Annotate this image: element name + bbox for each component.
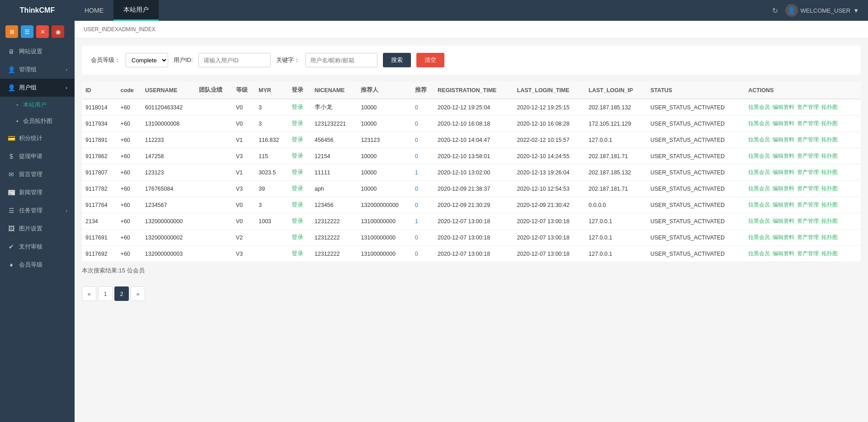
action-2[interactable]: 资产管理 [797,234,819,241]
action-0[interactable]: 拉黑会员 [748,185,770,192]
cell-id: 9117764 [82,197,117,213]
cell-login[interactable]: 登录 [288,148,311,164]
level-select[interactable]: Complete V0 V1 V2 V3 [126,53,168,67]
action-0[interactable]: 拉黑会员 [748,136,770,144]
refresh-icon[interactable]: ↻ [772,6,778,15]
sidebar-item-withdraw[interactable]: $ 提现申请 [0,147,75,165]
sidebar-item-payment-review[interactable]: ✔ 支付审核 [0,238,75,256]
sidebar-item-image-settings[interactable]: 🖼 图片设置 [0,220,75,238]
sidebar-item-member-level[interactable]: ♦ 会员等级 [0,256,75,274]
toolbar-btn-orange[interactable]: ⊞ [5,25,18,38]
cell-ref-count[interactable]: 0 [411,148,434,164]
action-1[interactable]: 编辑资料 [773,217,794,225]
cell-ref-count[interactable]: 0 [411,246,434,262]
cell-ref-count[interactable]: 0 [411,116,434,132]
cell-ref-count[interactable]: 1 [411,213,434,230]
page-btn-2[interactable]: 2 [114,286,129,301]
cell-login[interactable]: 登录 [288,246,311,262]
toolbar-btn-red2[interactable]: ◉ [52,25,64,38]
action-0[interactable]: 拉黑会员 [748,250,770,258]
action-2[interactable]: 资产管理 [797,185,819,192]
sidebar-subitem-local-users[interactable]: 本站用户 [0,97,75,113]
cell-login[interactable]: 登录 [288,132,311,148]
cell-ref-count[interactable]: 0 [411,197,434,213]
cell-status: USER_STATUS_ACTIVATED [647,116,745,132]
action-1[interactable]: 编辑资料 [773,169,794,176]
action-3[interactable]: 拓扑图 [821,250,838,258]
sidebar-item-admin-group[interactable]: 👤 管理组 › [0,61,75,79]
sidebar-item-site-settings[interactable]: 🖥 网站设置 [0,42,75,61]
action-3[interactable]: 拓扑图 [821,185,838,192]
sidebar-item-messages[interactable]: ✉ 留言管理 [0,165,75,183]
cell-last-ip: 127.0.0.1 [585,230,647,246]
sidebar-label-messages: 留言管理 [19,170,42,178]
cell-login[interactable]: 登录 [288,213,311,230]
action-2[interactable]: 资产管理 [797,103,819,111]
sidebar-item-news[interactable]: 📰 新闻管理 [0,183,75,202]
keyword-input[interactable] [305,53,377,67]
sidebar-item-user-group[interactable]: 👤 用户组 › [0,79,75,97]
action-2[interactable]: 资产管理 [797,169,819,176]
search-button[interactable]: 搜索 [383,53,411,67]
cell-ref-count[interactable]: 0 [411,181,434,197]
action-3[interactable]: 拓扑图 [821,136,838,144]
cell-status: USER_STATUS_ACTIVATED [647,181,745,197]
action-3[interactable]: 拓扑图 [821,201,838,209]
action-2[interactable]: 资产管理 [797,120,819,127]
cell-ref-count[interactable]: 1 [411,164,434,181]
action-3[interactable]: 拓扑图 [821,217,838,225]
nav-item-users[interactable]: 本站用户 [113,0,159,21]
action-3[interactable]: 拓扑图 [821,103,838,111]
action-0[interactable]: 拉黑会员 [748,234,770,241]
sidebar-item-tasks[interactable]: ☰ 任务管理 › [0,202,75,220]
chevron-right-icon: › [66,67,67,72]
action-3[interactable]: 拓扑图 [821,120,838,127]
cell-actions: 拉黑会员 编辑资料 资产管理 拓扑图 [745,181,861,197]
action-2[interactable]: 资产管理 [797,152,819,160]
page-btn-1[interactable]: 1 [98,286,113,301]
nav-item-home[interactable]: HOME [75,0,113,21]
action-1[interactable]: 编辑资料 [773,120,794,127]
action-1[interactable]: 编辑资料 [773,136,794,144]
cell-ref-count[interactable]: 0 [411,132,434,148]
cell-login[interactable]: 登录 [288,164,311,181]
action-1[interactable]: 编辑资料 [773,234,794,241]
action-2[interactable]: 资产管理 [797,217,819,225]
sidebar-label-local-users: 本站用户 [23,101,47,109]
toolbar-btn-red1[interactable]: ✕ [36,25,49,38]
cell-ref-count[interactable]: 0 [411,99,434,116]
action-0[interactable]: 拉黑会员 [748,120,770,127]
action-1[interactable]: 编辑资料 [773,250,794,258]
action-1[interactable]: 编辑资料 [773,152,794,160]
level-label: 会员等级： [91,56,120,64]
sidebar-item-points[interactable]: 💳 积分统计 [0,129,75,147]
user-info[interactable]: 👤 WELCOME_USER ▼ [785,4,859,17]
action-0[interactable]: 拉黑会员 [748,103,770,111]
prev-page-btn[interactable]: « [82,286,96,301]
action-3[interactable]: 拓扑图 [821,234,838,241]
clear-button[interactable]: 清空 [416,53,444,67]
user-id-input[interactable] [198,53,271,67]
cell-login[interactable]: 登录 [288,197,311,213]
cell-login[interactable]: 登录 [288,116,311,132]
cell-ref-count[interactable]: 0 [411,230,434,246]
toolbar-btn-blue[interactable]: ☰ [21,25,33,38]
cell-login[interactable]: 登录 [288,230,311,246]
action-2[interactable]: 资产管理 [797,250,819,258]
cell-status: USER_STATUS_ACTIVATED [647,246,745,262]
action-0[interactable]: 拉黑会员 [748,217,770,225]
action-2[interactable]: 资产管理 [797,201,819,209]
sidebar-subitem-member-map[interactable]: 会员拓扑图 [0,113,75,129]
action-2[interactable]: 资产管理 [797,136,819,144]
action-1[interactable]: 编辑资料 [773,185,794,192]
action-1[interactable]: 编辑资料 [773,201,794,209]
action-0[interactable]: 拉黑会员 [748,201,770,209]
action-1[interactable]: 编辑资料 [773,103,794,111]
action-3[interactable]: 拓扑图 [821,152,838,160]
next-page-btn[interactable]: » [131,286,145,301]
cell-login[interactable]: 登录 [288,99,311,116]
cell-login[interactable]: 登录 [288,181,311,197]
action-0[interactable]: 拉黑会员 [748,169,770,176]
action-0[interactable]: 拉黑会员 [748,152,770,160]
action-3[interactable]: 拓扑图 [821,169,838,176]
